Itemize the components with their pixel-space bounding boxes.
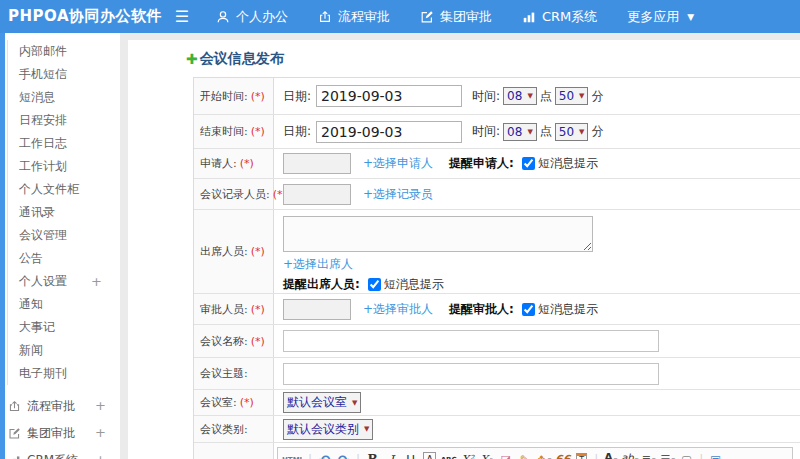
sidebar-item-personal-settings[interactable]: 个人设置+: [8, 270, 120, 293]
underline-icon[interactable]: U: [402, 451, 419, 459]
form-row-attendees: 出席人员:(*) +选择出席人 提醒出席人员: 短消息提示: [194, 210, 800, 294]
sidebar-item-notice[interactable]: 通知: [8, 293, 120, 316]
sms-remind-checkbox[interactable]: [368, 278, 381, 291]
minute-unit: 分: [591, 88, 603, 105]
nav-label: 个人办公: [236, 8, 288, 26]
sidebar-item-work-log[interactable]: 工作日志: [8, 132, 120, 155]
required-mark: (*): [251, 335, 265, 348]
sidebar-item-short-message[interactable]: 短消息: [8, 86, 120, 109]
start-date-input[interactable]: [316, 85, 462, 107]
select-attendees-link[interactable]: +选择出席人: [283, 256, 353, 273]
nav-item-process-approval[interactable]: 流程审批: [318, 8, 390, 26]
sidebar-item-internal-mail[interactable]: 内部邮件: [8, 40, 120, 63]
green-plus-icon: ✚: [186, 51, 198, 67]
subscript-icon[interactable]: X₂: [478, 451, 495, 459]
insert-date-icon[interactable]: T: [573, 451, 590, 459]
field-label: 结束时间:(*): [194, 115, 274, 148]
sidebar-item-work-plan[interactable]: 工作计划: [8, 155, 120, 178]
fill-color-icon[interactable]: ❖▾: [535, 451, 552, 459]
caret-down-icon: ▼: [687, 12, 694, 22]
meeting-name-input[interactable]: [283, 330, 659, 352]
attendees-textarea[interactable]: [283, 216, 593, 252]
start-hour-select[interactable]: 08▼: [503, 87, 537, 105]
start-minute-select[interactable]: 50▼: [555, 87, 589, 105]
sidebar-item-news[interactable]: 新闻: [8, 339, 120, 362]
field-label: 审批人员:(*): [194, 294, 274, 324]
select-approver-link[interactable]: +选择审批人: [363, 301, 433, 318]
hamburger-menu-icon[interactable]: ☰: [164, 7, 200, 26]
page-title-row: ✚ 会议信息发布: [186, 50, 800, 68]
applicant-input[interactable]: [283, 153, 351, 174]
sidebar-section-group-approval[interactable]: 集团审批 +: [0, 420, 120, 447]
field-label: 会议记录人员:(*): [194, 179, 274, 209]
sidebar-item-major-events[interactable]: 大事记: [8, 316, 120, 339]
expand-plus-icon[interactable]: +: [91, 270, 102, 293]
recorder-input[interactable]: [283, 184, 351, 205]
remind-applicant-label: 提醒申请人:: [449, 155, 514, 172]
form-row-meeting-subject: 会议主题:: [194, 358, 800, 390]
sidebar-section-crm[interactable]: CRM系统 +: [0, 447, 120, 459]
field-label: 会议类别:: [194, 416, 274, 442]
blockquote-icon[interactable]: 66: [554, 451, 571, 459]
toolbar-separator: |: [308, 453, 312, 459]
caret-down-icon: ▾: [671, 456, 675, 459]
field-label: 开始时间:(*): [194, 78, 274, 114]
meeting-room-select[interactable]: 默认会议室▼: [283, 392, 361, 413]
end-hour-select[interactable]: 08▼: [503, 123, 537, 141]
form-row-meeting-room: 会议室:(*) 默认会议室▼: [194, 390, 800, 416]
form-row-meeting-name: 会议名称:(*): [194, 325, 800, 358]
new-page-icon[interactable]: ▢: [678, 451, 695, 459]
undo-icon[interactable]: ↶: [316, 451, 333, 459]
caret-down-icon: ▾: [635, 456, 639, 459]
remove-format-icon[interactable]: ◪: [497, 451, 514, 459]
meeting-subject-input[interactable]: [283, 363, 659, 385]
expand-plus-icon[interactable]: +: [95, 452, 106, 459]
redo-icon[interactable]: ↷: [335, 451, 352, 459]
richtext-toolbar: HTML | ↶ ↷ | B I U A ABC X² X₂ ◪ ✎: [277, 447, 793, 459]
superscript-icon[interactable]: X²: [459, 451, 476, 459]
caret-down-icon: ▼: [527, 92, 532, 100]
nav-item-crm[interactable]: CRM系统: [522, 8, 597, 26]
nav-item-group-approval[interactable]: 集团审批: [420, 8, 492, 26]
caret-down-icon: ▼: [364, 425, 369, 433]
nav-item-more-apps[interactable]: 更多应用 ▼: [627, 8, 694, 26]
top-nav: 个人办公 流程审批 集团审批 CRM系统 更多应用 ▼: [216, 8, 724, 26]
sidebar-item-contacts[interactable]: 通讯录: [8, 201, 120, 224]
unordered-list-icon[interactable]: ☰▾: [659, 451, 676, 459]
sms-remind-checkbox[interactable]: [522, 303, 535, 316]
select-applicant-link[interactable]: +选择申请人: [363, 155, 433, 172]
expand-plus-icon[interactable]: +: [95, 425, 106, 440]
fullscreen-icon[interactable]: ▣: [707, 451, 724, 459]
sidebar-item-meeting-management[interactable]: 会议管理: [8, 224, 120, 247]
caret-down-icon: ▼: [579, 128, 584, 136]
sidebar-item-announcement[interactable]: 公告: [8, 247, 120, 270]
italic-icon[interactable]: I: [383, 451, 400, 459]
bold-icon[interactable]: B: [364, 451, 381, 459]
select-recorder-link[interactable]: +选择记录员: [363, 186, 433, 203]
source-code-icon[interactable]: HTML: [282, 451, 304, 459]
end-minute-select[interactable]: 50▼: [555, 123, 589, 141]
bar-chart-icon: [8, 454, 21, 459]
ordered-list-icon[interactable]: ≣▾: [640, 451, 657, 459]
approver-input[interactable]: [283, 299, 351, 320]
sidebar-item-schedule[interactable]: 日程安排: [8, 109, 120, 132]
sms-remind-checkbox[interactable]: [522, 157, 535, 170]
form-row-meeting-content: HTML | ↶ ↷ | B I U A ABC X² X₂ ◪ ✎: [194, 443, 800, 459]
font-style-icon[interactable]: A: [421, 451, 438, 459]
font-color-icon[interactable]: A▾: [602, 451, 619, 459]
format-brush-icon[interactable]: ✎: [516, 451, 533, 459]
strikethrough-icon[interactable]: ABC: [440, 451, 457, 459]
time-label: 时间:: [472, 88, 500, 105]
sidebar-item-mobile-sms[interactable]: 手机短信: [8, 63, 120, 86]
expand-plus-icon[interactable]: +: [95, 398, 106, 413]
toolbar-separator: |: [699, 453, 703, 459]
highlight-icon[interactable]: ab▾: [621, 451, 638, 459]
sidebar-item-e-journal[interactable]: 电子期刊: [8, 362, 120, 385]
sidebar-sections: 流程审批 + 集团审批 + CRM系统 +: [0, 393, 120, 459]
meeting-category-select[interactable]: 默认会议类别▼: [283, 419, 373, 440]
nav-item-personal-office[interactable]: 个人办公: [216, 8, 288, 26]
sidebar-section-process-approval[interactable]: 流程审批 +: [0, 393, 120, 420]
field-label: 会议主题:: [194, 358, 274, 389]
sidebar-item-file-cabinet[interactable]: 个人文件柜: [8, 178, 120, 201]
end-date-input[interactable]: [316, 121, 462, 143]
